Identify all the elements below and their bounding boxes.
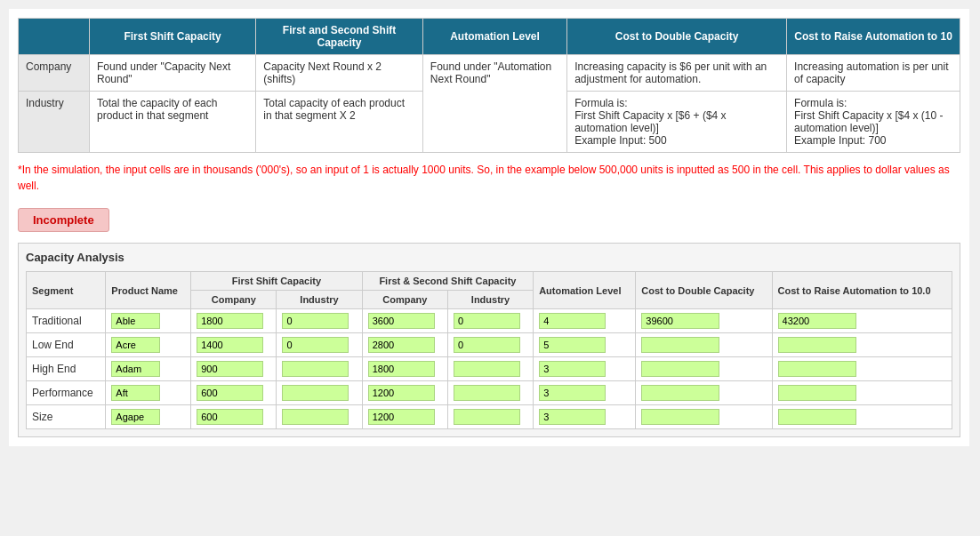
th-cost-double: Cost to Double Capacity (636, 272, 772, 309)
th-first-second-shift: First & Second Shift Capacity (362, 272, 534, 291)
table-cell[interactable] (636, 357, 772, 381)
table-cell[interactable] (772, 309, 952, 333)
product-cell[interactable] (106, 357, 191, 381)
capacity-analysis-title: Capacity Analysis (26, 251, 952, 264)
th-first-shift: First Shift Capacity (191, 272, 363, 291)
table-row: Performance (27, 381, 952, 405)
incomplete-button[interactable]: Incomplete (18, 208, 109, 232)
th-fsc-company: Company (191, 291, 277, 309)
table-row: Traditional (27, 309, 952, 333)
th-fssc-company: Company (362, 291, 447, 309)
table-cell[interactable] (772, 333, 952, 357)
ref-header-fsc: First Shift Capacity (90, 19, 256, 55)
table-cell: Size (27, 405, 106, 429)
table-cell[interactable] (277, 333, 362, 357)
table-cell[interactable] (636, 333, 772, 357)
table-cell[interactable] (447, 333, 533, 357)
ref-company-cost-double: Increasing capacity is $6 per unit with … (567, 55, 787, 92)
table-cell: High End (27, 357, 106, 381)
ref-header-cost-double: Cost to Double Capacity (567, 19, 787, 55)
th-product: Product Name (106, 272, 191, 309)
table-cell[interactable] (277, 357, 362, 381)
ref-industry-fsc: Total the capacity of each product in th… (90, 92, 256, 153)
table-cell[interactable] (277, 309, 362, 333)
ref-company-fssc: Capacity Next Round x 2 (shifts) (256, 55, 423, 92)
table-cell[interactable] (447, 357, 533, 381)
table-cell[interactable] (772, 381, 952, 405)
table-cell[interactable] (534, 405, 636, 429)
table-cell[interactable] (191, 381, 277, 405)
th-fsc-industry: Industry (277, 291, 362, 309)
table-cell[interactable] (772, 357, 952, 381)
table-cell: Low End (27, 333, 106, 357)
th-fssc-industry: Industry (447, 291, 533, 309)
table-cell[interactable] (534, 333, 636, 357)
table-cell[interactable] (447, 381, 533, 405)
table-cell[interactable] (362, 333, 447, 357)
table-cell[interactable] (362, 381, 447, 405)
capacity-table: Segment Product Name First Shift Capacit… (26, 271, 952, 429)
product-cell[interactable] (106, 333, 191, 357)
table-cell: Traditional (27, 309, 106, 333)
ref-company-fsc: Found under "Capacity Next Round" (90, 55, 256, 92)
reference-table: First Shift Capacity First and Second Sh… (18, 18, 960, 153)
table-cell[interactable] (191, 333, 277, 357)
ref-industry-cost-double: Formula is: First Shift Capacity x [$6 +… (567, 92, 787, 153)
table-cell[interactable] (534, 381, 636, 405)
table-cell[interactable] (636, 309, 772, 333)
table-header-row-1: Segment Product Name First Shift Capacit… (27, 272, 952, 291)
table-cell[interactable] (191, 405, 277, 429)
table-cell: Performance (27, 381, 106, 405)
ref-header-fssc: First and Second Shift Capacity (256, 19, 423, 55)
table-cell[interactable] (447, 309, 533, 333)
ref-company-label: Company (19, 55, 90, 92)
table-cell[interactable] (534, 357, 636, 381)
ref-header-auto: Automation Level (422, 19, 566, 55)
th-cost-raise: Cost to Raise Automation to 10.0 (772, 272, 952, 309)
ref-header-blank (19, 19, 90, 55)
product-cell[interactable] (106, 405, 191, 429)
product-cell[interactable] (106, 309, 191, 333)
ref-industry-cost-raise: Formula is: First Shift Capacity x [$4 x… (787, 92, 960, 153)
table-cell[interactable] (191, 309, 277, 333)
table-cell[interactable] (534, 309, 636, 333)
product-cell[interactable] (106, 381, 191, 405)
table-cell[interactable] (362, 405, 447, 429)
th-automation: Automation Level (534, 272, 636, 309)
table-cell[interactable] (447, 405, 533, 429)
table-cell[interactable] (772, 405, 952, 429)
table-cell[interactable] (362, 309, 447, 333)
table-row: Size (27, 405, 952, 429)
ref-company-cost-raise: Increasing automation is per unit of cap… (787, 55, 960, 92)
ref-industry-label: Industry (19, 92, 90, 153)
table-row: Low End (27, 333, 952, 357)
ref-industry-fssc: Total capacity of each product in that s… (256, 92, 423, 153)
capacity-analysis-section: Capacity Analysis Segment Product Name F… (18, 243, 960, 437)
ref-auto-merged: Found under "Automation Next Round" (422, 55, 566, 153)
table-cell[interactable] (277, 405, 362, 429)
table-cell[interactable] (191, 357, 277, 381)
warning-text: *In the simulation, the input cells are … (18, 162, 960, 194)
table-cell[interactable] (636, 405, 772, 429)
ref-header-cost-raise: Cost to Raise Automation to 10 (787, 19, 960, 55)
table-row: High End (27, 357, 952, 381)
th-segment: Segment (27, 272, 106, 309)
main-container: First Shift Capacity First and Second Sh… (9, 9, 969, 446)
ref-row-company: Company Found under "Capacity Next Round… (19, 55, 960, 92)
table-cell[interactable] (277, 381, 362, 405)
table-cell[interactable] (362, 357, 447, 381)
table-cell[interactable] (636, 381, 772, 405)
